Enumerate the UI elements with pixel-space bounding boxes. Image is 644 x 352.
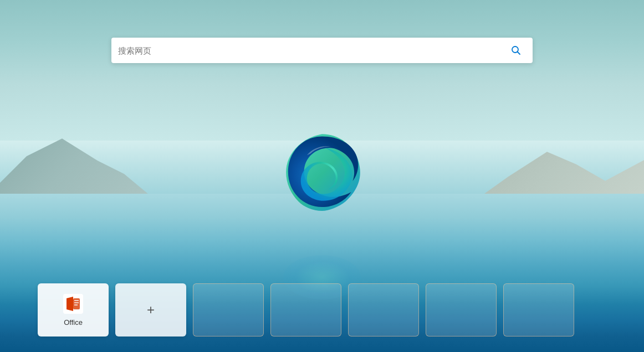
tile-office-label: Office: [64, 318, 83, 327]
search-input[interactable]: [118, 46, 506, 55]
search-container: [111, 38, 533, 63]
add-icon: +: [147, 303, 155, 317]
tile-placeholder-5[interactable]: [503, 283, 574, 337]
tile-placeholder-2[interactable]: [270, 283, 341, 337]
search-bar: [111, 38, 533, 63]
svg-rect-6: [74, 304, 78, 306]
search-button[interactable]: [506, 40, 526, 60]
svg-rect-5: [74, 302, 79, 303]
edge-logo: [275, 127, 369, 221]
tile-office[interactable]: Office: [38, 283, 109, 337]
svg-rect-4: [74, 300, 79, 301]
svg-line-1: [518, 52, 520, 55]
tiles-row: Office +: [38, 283, 574, 337]
office-icon: [63, 294, 83, 314]
sky: [0, 0, 644, 141]
tile-add[interactable]: +: [115, 283, 186, 337]
tile-placeholder-3[interactable]: [348, 283, 419, 337]
tile-placeholder-4[interactable]: [426, 283, 497, 337]
tile-placeholder-1[interactable]: [193, 283, 264, 337]
